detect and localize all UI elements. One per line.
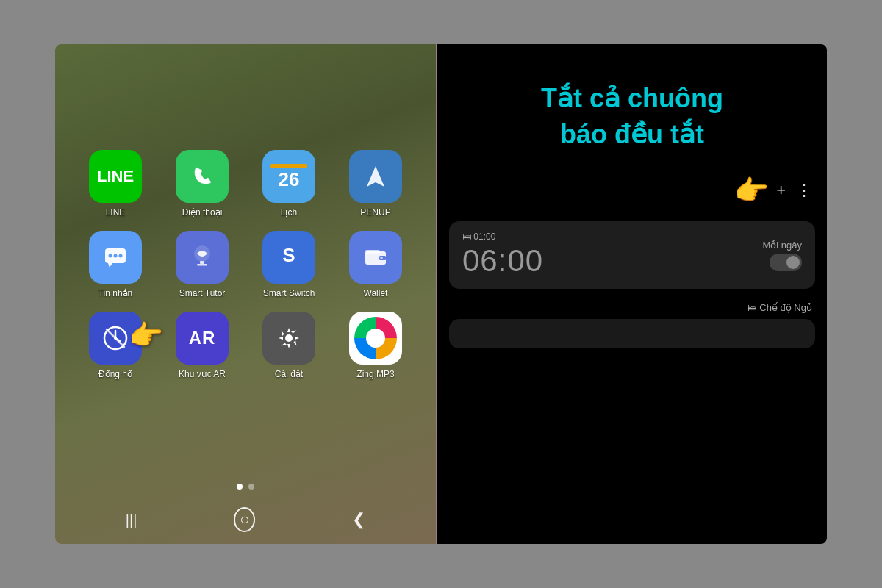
- alarm-repeat-label: Mỗi ngày: [762, 240, 802, 251]
- app-item-smart-tutor[interactable]: Smart Tutor: [165, 231, 239, 298]
- dot-1: [237, 484, 243, 490]
- app-label-smart-switch: Smart Switch: [263, 288, 315, 298]
- app-item-ar[interactable]: AR Khu vực AR 👉: [165, 312, 239, 379]
- calendar-num: 26: [279, 170, 300, 189]
- zing-circle: [354, 317, 397, 359]
- dot-2: [248, 484, 254, 490]
- svg-point-13: [380, 257, 383, 259]
- svg-marker-0: [367, 166, 384, 187]
- sleep-mode-section: 🛏 Chế độ Ngủ: [437, 296, 827, 319]
- app-icon-penup: [349, 150, 402, 203]
- zing-inner: [366, 329, 385, 348]
- calendar-inner: 26: [270, 164, 307, 189]
- app-row-2: Tin nhắn Smart Tutor: [79, 231, 412, 298]
- app-item-wallet[interactable]: Wallet: [339, 231, 412, 298]
- app-label-penup: PENUP: [360, 207, 390, 218]
- app-label-zing: Zing MP3: [356, 369, 394, 379]
- svg-rect-8: [197, 264, 207, 266]
- app-icon-clock: [89, 312, 142, 365]
- app-item-smart-switch[interactable]: S Smart Switch: [252, 231, 326, 298]
- svg-rect-7: [200, 261, 204, 264]
- outer-frame: LINE LINE Điện thoại: [55, 44, 827, 544]
- app-item-phone[interactable]: Điện thoại: [165, 150, 239, 218]
- app-item-clock[interactable]: Đồng hồ: [79, 312, 152, 379]
- app-icon-ar: AR: [176, 312, 229, 365]
- left-phone-panel: LINE LINE Điện thoại: [55, 44, 437, 544]
- app-item-settings[interactable]: Cài đặt: [252, 312, 326, 379]
- app-icon-settings: [262, 312, 315, 365]
- alarm-subtitle: 🛏 01:00: [462, 232, 543, 242]
- app-label-settings: Cài đặt: [275, 369, 303, 379]
- alarm-toggle[interactable]: [770, 254, 802, 271]
- app-grid: LINE LINE Điện thoại: [55, 44, 436, 484]
- app-icon-smart-tutor: [176, 231, 229, 284]
- app-icon-phone: [176, 150, 229, 203]
- more-options-button[interactable]: ⋮: [796, 181, 812, 200]
- app-row-1: LINE LINE Điện thoại: [79, 150, 412, 218]
- alarm-left: 🛏 01:00 06:00: [462, 232, 543, 279]
- right-action-area: 👉 + ⋮: [437, 167, 827, 214]
- app-label-smart-tutor: Smart Tutor: [179, 288, 226, 298]
- app-item-messages[interactable]: Tin nhắn: [79, 231, 152, 298]
- alarm-right: Mỗi ngày: [762, 240, 802, 271]
- app-item-calendar[interactable]: 26 Lịch: [252, 150, 326, 218]
- bottom-alarm-card-partial: [449, 319, 815, 348]
- back-button[interactable]: ❮: [352, 510, 365, 529]
- ar-text: AR: [189, 328, 216, 348]
- app-icon-wallet: [349, 231, 402, 284]
- app-label-clock: Đồng hồ: [98, 369, 132, 379]
- app-item-zing[interactable]: Zing MP3: [339, 312, 412, 379]
- svg-point-19: [285, 334, 293, 342]
- sleep-mode-label: 🛏 Chế độ Ngủ: [747, 302, 812, 313]
- app-label-phone: Điện thoại: [182, 207, 223, 218]
- app-icon-messages: [89, 231, 142, 284]
- svg-marker-5: [108, 263, 112, 268]
- right-phone-panel: Tắt cả chuôngbáo đều tắt 👉 + ⋮ 🛏 01:00 0…: [437, 44, 827, 544]
- page-indicator: [55, 484, 436, 490]
- alarm-time: 06:00: [462, 243, 543, 279]
- right-hand-arrow: 👉: [734, 174, 769, 207]
- app-label-wallet: Wallet: [364, 288, 388, 298]
- alarm-card[interactable]: 🛏 01:00 06:00 Mỗi ngày: [449, 221, 815, 289]
- svg-point-4: [119, 254, 123, 258]
- right-icon-buttons: + ⋮: [776, 181, 812, 200]
- recent-apps-button[interactable]: |||: [126, 512, 137, 528]
- home-button[interactable]: ○: [234, 507, 255, 532]
- app-icon-calendar: 26: [262, 150, 315, 203]
- notification-title: Tắt cả chuôngbáo đều tắt: [437, 44, 827, 167]
- app-row-3: Đồng hồ AR Khu vực AR 👉: [79, 312, 412, 379]
- app-label-calendar: Lịch: [281, 207, 297, 218]
- app-label-ar: Khu vực AR: [179, 369, 226, 379]
- app-icon-zing: [349, 312, 402, 365]
- svg-point-3: [114, 254, 118, 258]
- app-item-line[interactable]: LINE LINE: [79, 150, 152, 218]
- app-icon-smart-switch: S: [262, 231, 315, 284]
- svg-text:S: S: [282, 244, 295, 266]
- app-icon-line: LINE: [89, 150, 142, 203]
- app-label-messages: Tin nhắn: [98, 288, 133, 298]
- add-alarm-button[interactable]: +: [776, 181, 786, 200]
- app-label-line: LINE: [106, 207, 126, 218]
- svg-rect-11: [365, 250, 380, 254]
- svg-point-2: [109, 254, 112, 258]
- app-item-penup[interactable]: PENUP: [339, 150, 412, 218]
- line-logo: LINE: [97, 167, 134, 186]
- bottom-nav: ||| ○ ❮: [55, 498, 436, 544]
